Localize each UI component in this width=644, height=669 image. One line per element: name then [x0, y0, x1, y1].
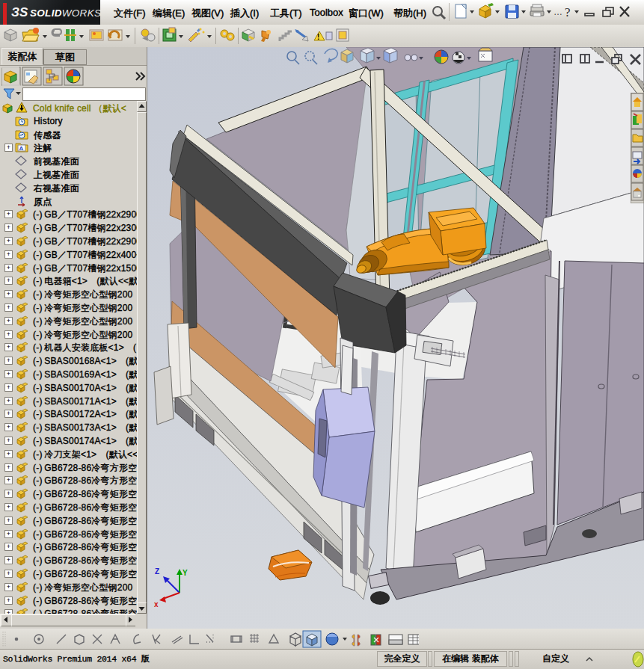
svg-text:x: x — [154, 600, 159, 608]
svg-text:Y: Y — [183, 569, 188, 577]
svg-text:…: … — [553, 7, 562, 17]
svg-text:!: ! — [317, 33, 319, 41]
svg-text:A: A — [19, 145, 24, 152]
svg-text:?: ? — [565, 5, 571, 19]
svg-text:Z: Z — [155, 567, 159, 576]
